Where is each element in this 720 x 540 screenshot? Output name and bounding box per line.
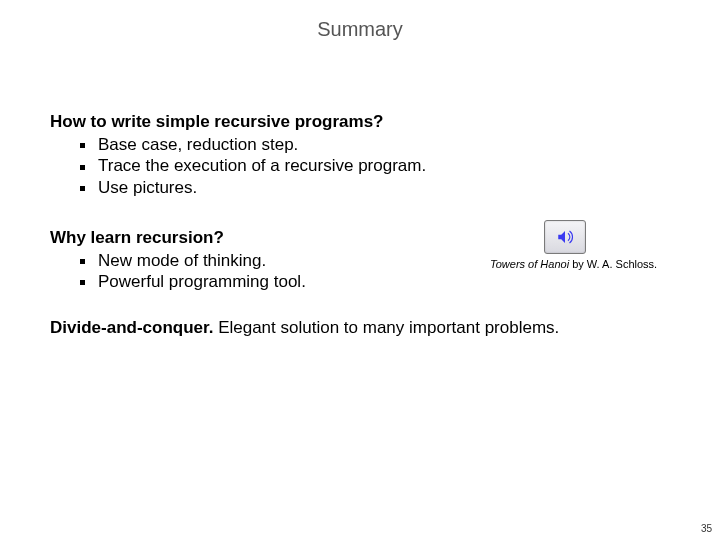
slide-body: How to write simple recursive programs? … — [50, 112, 690, 338]
audio-clip-icon[interactable] — [544, 220, 586, 254]
section-why-learn: Why learn recursion? New mode of thinkin… — [50, 228, 690, 293]
list-item-text: Trace the execution of a recursive progr… — [98, 156, 426, 175]
caption-title: Towers of Hanoi — [490, 258, 569, 270]
rest-phrase: Elegant solution to many important probl… — [213, 318, 559, 337]
list-item-text: Base case, reduction step. — [98, 135, 298, 154]
list-item-text: Powerful programming tool. — [98, 272, 306, 291]
slide: Summary How to write simple recursive pr… — [0, 0, 720, 540]
section-how-to: How to write simple recursive programs? … — [50, 112, 690, 198]
list-item-text: Use pictures. — [98, 178, 197, 197]
media-block: Towers of Hanoi by W. A. Schloss. — [490, 220, 640, 270]
speaker-icon — [556, 228, 574, 246]
list-item: Trace the execution of a recursive progr… — [80, 155, 690, 176]
bullet-list: Base case, reduction step. Trace the exe… — [80, 134, 690, 198]
section-divide-conquer: Divide-and-conquer. Elegant solution to … — [50, 318, 690, 338]
caption-rest: by W. A. Schloss. — [569, 258, 657, 270]
section-heading: How to write simple recursive programs? — [50, 112, 690, 132]
slide-title: Summary — [0, 18, 720, 41]
lead-phrase: Divide-and-conquer. — [50, 318, 213, 337]
list-item: Use pictures. — [80, 177, 690, 198]
list-item-text: New mode of thinking. — [98, 251, 266, 270]
page-number: 35 — [701, 523, 712, 534]
media-caption: Towers of Hanoi by W. A. Schloss. — [490, 258, 640, 270]
list-item: Base case, reduction step. — [80, 134, 690, 155]
list-item: Powerful programming tool. — [80, 271, 690, 292]
